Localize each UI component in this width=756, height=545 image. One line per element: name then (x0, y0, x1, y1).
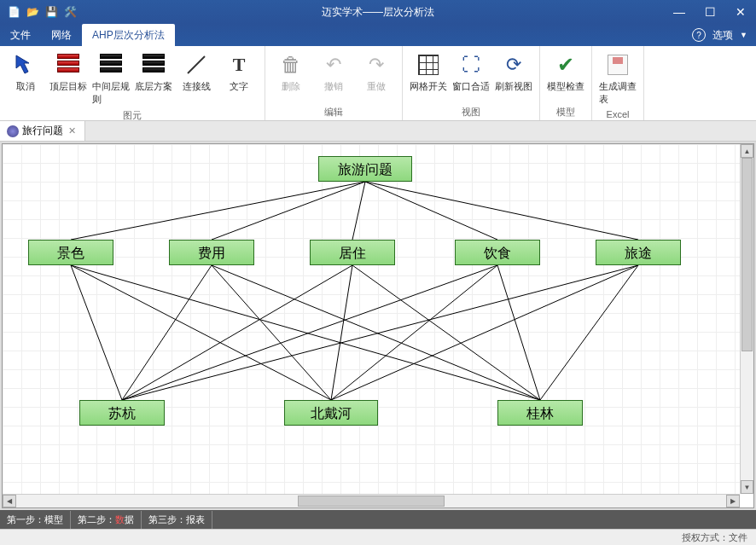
connect-button[interactable]: 连接线 (176, 49, 217, 95)
menu-ahp[interactable]: AHP层次分析法 (82, 24, 175, 47)
ribbon-group-视图: 网格开关⛶窗口合适⟳刷新视图视图 (403, 46, 540, 120)
gen-survey-label: 生成调查表 (599, 80, 637, 106)
tab-title: 旅行问题 (22, 124, 63, 138)
trash-icon: 🗑 (277, 51, 305, 78)
gen-survey-button[interactable]: 生成调查表 (597, 49, 638, 107)
node-bottom[interactable]: 北戴河 (284, 400, 378, 426)
check-icon: ✔ (552, 51, 579, 78)
node-top[interactable]: 旅游问题 (318, 156, 412, 182)
horizontal-scrollbar[interactable]: ◀ ▶ (3, 494, 740, 507)
node-bottom[interactable]: 桂林 (497, 400, 583, 426)
svg-line-16 (331, 265, 497, 400)
svg-line-2 (212, 182, 365, 240)
auth-status: 授权方式：文件 (682, 531, 756, 544)
top-goal-button[interactable]: 顶层目标 (48, 49, 89, 95)
tab-close-icon[interactable]: ✕ (67, 125, 78, 136)
svg-line-3 (352, 182, 365, 240)
step-1[interactable]: 第一步：模型 (0, 511, 71, 529)
refresh-label: 刷新视图 (495, 80, 532, 93)
bottom-plan-button[interactable]: 底层方案 (133, 49, 174, 95)
cancel-label: 取消 (16, 80, 35, 93)
steps-bar: 第一步：模型第二步：数据第三步：报表 (0, 510, 756, 529)
scroll-left-icon[interactable]: ◀ (3, 495, 16, 507)
text-label: 文字 (230, 80, 248, 93)
grid-toggle-button[interactable]: 网格开关 (408, 49, 449, 95)
ribbon-group-图元: 取消顶层目标中间层规则底层方案连接线T文字图元 (0, 46, 265, 120)
ribbon-group-Excel: 生成调查表Excel (592, 46, 644, 120)
delete-button[interactable]: 🗑删除 (270, 49, 311, 95)
node-bottom[interactable]: 苏杭 (79, 400, 165, 426)
node-mid[interactable]: 费用 (169, 240, 254, 265)
undo-button[interactable]: ↶撤销 (313, 49, 354, 95)
scroll-down-icon[interactable]: ▼ (741, 480, 753, 494)
new-icon[interactable]: 📄 (7, 5, 20, 19)
svg-line-19 (331, 265, 638, 400)
bottom-plan-label: 底层方案 (135, 80, 172, 93)
minimize-button[interactable]: — (664, 0, 695, 24)
status-bar: 授权方式：文件 (0, 529, 756, 545)
menu-file[interactable]: 文件 (0, 24, 41, 47)
close-button[interactable]: ✕ (725, 0, 756, 24)
connect-label: 连接线 (183, 80, 211, 93)
svg-line-10 (212, 265, 331, 400)
maximize-button[interactable]: ☐ (695, 0, 725, 24)
globe-icon (7, 125, 19, 137)
ribbon-group-label: Excel (597, 107, 638, 121)
ribbon-group-label: 模型 (545, 104, 586, 120)
svg-line-18 (122, 265, 638, 400)
step-2[interactable]: 第二步：数据 (71, 511, 142, 529)
fit-window-label: 窗口合适 (452, 80, 490, 93)
delete-label: 删除 (282, 80, 300, 93)
scroll-up-icon[interactable]: ▲ (741, 144, 753, 158)
node-mid[interactable]: 居住 (310, 240, 395, 265)
help-icon[interactable]: ? (692, 28, 706, 42)
mid-rule-button[interactable]: 中间层规则 (90, 49, 131, 107)
ribbon-group-编辑: 🗑删除↶撤销↷重做编辑 (265, 46, 403, 120)
top-goal-label: 顶层目标 (49, 80, 87, 93)
model-check-button[interactable]: ✔模型检查 (545, 49, 586, 95)
grid-icon (415, 51, 442, 78)
undo-label: 撤销 (324, 80, 343, 93)
scroll-right-icon[interactable]: ▶ (726, 495, 740, 507)
vscroll-thumb[interactable] (741, 158, 753, 351)
fit-window-button[interactable]: ⛶窗口合适 (451, 49, 491, 95)
layer-dark-icon (140, 51, 167, 78)
refresh-button[interactable]: ⟳刷新视图 (493, 49, 534, 95)
document-tab[interactable]: 旅行问题 ✕ (0, 121, 85, 141)
diagram-canvas[interactable]: 旅游问题景色费用居住饮食旅途苏杭北戴河桂林 (3, 144, 740, 494)
menubar: 文件 网络 AHP层次分析法 ? 选项 ▼ (0, 24, 756, 46)
options-dropdown-icon[interactable]: ▼ (740, 31, 747, 39)
tab-bar: 旅行问题 ✕ (0, 121, 756, 142)
svg-line-0 (188, 56, 205, 73)
svg-line-20 (540, 265, 638, 400)
svg-line-15 (122, 265, 497, 400)
step-3[interactable]: 第三步：报表 (142, 511, 212, 529)
vertical-scrollbar[interactable]: ▲ ▼ (740, 144, 753, 494)
save-icon[interactable]: 💾 (44, 5, 58, 19)
svg-line-8 (71, 265, 540, 400)
node-mid[interactable]: 饮食 (455, 240, 540, 265)
open-icon[interactable]: 📂 (26, 5, 39, 19)
redo-button[interactable]: ↷重做 (356, 49, 397, 95)
redo-icon: ↷ (363, 51, 390, 78)
svg-line-7 (71, 265, 331, 400)
line-icon (183, 51, 210, 78)
svg-line-17 (497, 265, 540, 400)
mid-rule-label: 中间层规则 (92, 80, 130, 106)
svg-line-5 (365, 182, 638, 240)
node-mid[interactable]: 景色 (28, 240, 113, 265)
node-mid[interactable]: 旅途 (596, 240, 681, 265)
ribbon-group-label: 编辑 (270, 104, 397, 120)
grid-toggle-label: 网格开关 (410, 80, 447, 93)
svg-line-11 (212, 265, 540, 400)
options-menu[interactable]: 选项 (712, 28, 733, 43)
svg-line-1 (71, 182, 365, 240)
layer-dark-icon (97, 51, 125, 78)
arrow-icon (12, 51, 39, 78)
menu-network[interactable]: 网络 (41, 24, 82, 47)
redo-label: 重做 (367, 80, 386, 93)
tools-icon[interactable]: 🛠️ (63, 5, 77, 19)
hscroll-thumb[interactable] (298, 496, 445, 507)
cancel-button[interactable]: 取消 (5, 49, 46, 95)
text-button[interactable]: T文字 (218, 49, 259, 95)
